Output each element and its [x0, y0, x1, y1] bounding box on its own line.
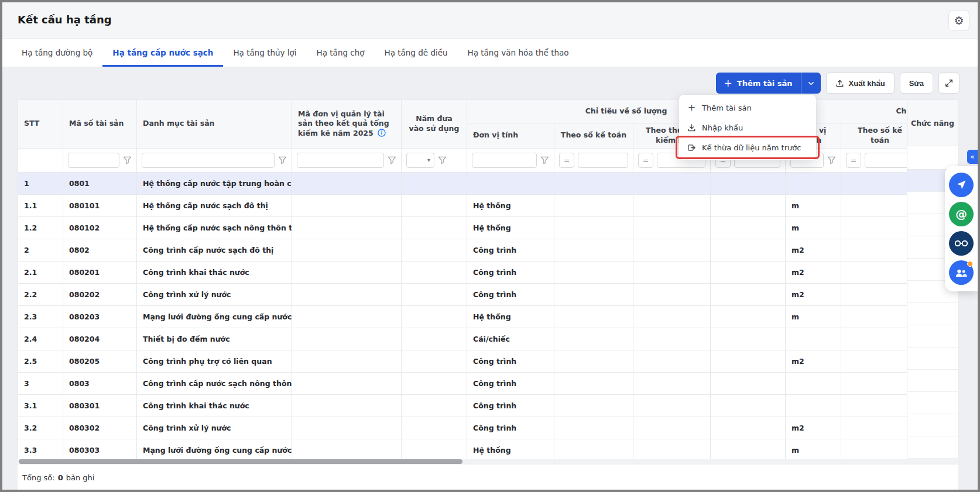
settings-button[interactable]: ⚙ — [948, 10, 969, 31]
cell-code: 080301 — [63, 394, 137, 417]
tab-ha-tang-thuy-loi[interactable]: Hạ tầng thủy lợi — [223, 39, 306, 67]
table-row[interactable]: 3.1080301Công trình khai thác nướcCông t… — [18, 394, 907, 417]
table-row[interactable]: 10801Hệ thống cấp nước tập trung hoàn ch… — [18, 172, 907, 194]
widget-send-button[interactable] — [949, 173, 974, 197]
table-row[interactable]: 2.1080201Công trình khai thác nướcCông t… — [18, 261, 907, 283]
cell-stt: 2.5 — [18, 350, 63, 372]
asset-table-card: STT Mã số tài sản Danh mục tài sản Mã đơ… — [18, 99, 958, 490]
filter-input-asset-code[interactable] — [68, 153, 119, 168]
cell-year — [402, 394, 467, 417]
widget-community-button[interactable] — [949, 260, 974, 285]
upload-icon — [835, 79, 844, 88]
cell-value-accounting — [841, 172, 907, 194]
menu-item-inherit-previous-year-data[interactable]: Kế thừa dữ liệu năm trước — [679, 137, 816, 157]
filter-funnel-icon[interactable] — [388, 156, 396, 164]
info-icon[interactable] — [378, 129, 386, 137]
filter-cell-managing-unit-code — [292, 148, 402, 172]
table-row[interactable]: 20802Công trình cấp nước sạch đô thịCông… — [18, 239, 907, 261]
export-button[interactable]: Xuất khẩu — [826, 73, 895, 94]
filter-funnel-icon[interactable] — [123, 156, 132, 164]
filter-funnel-icon[interactable] — [438, 156, 447, 164]
cell-year — [402, 372, 467, 394]
cell-name: Công trình xử lý nước — [137, 283, 292, 305]
cell-unit-code — [292, 216, 402, 239]
cell-unit-code — [292, 172, 402, 194]
add-asset-dropdown-toggle[interactable] — [801, 73, 821, 94]
cell-qty-accounting — [554, 439, 633, 459]
table-row[interactable]: 2.5080205Công trình phụ trợ có liên quan… — [18, 350, 907, 372]
edit-button[interactable]: Sửa — [900, 73, 933, 94]
table-row[interactable]: 2.4080204Thiết bị đo đếm nướcCái/chiếc — [18, 328, 907, 350]
cell-unit-code — [292, 394, 402, 417]
actions-cell — [907, 303, 958, 325]
cell-value-accounting — [841, 305, 907, 328]
filter-input-asset-category[interactable] — [142, 153, 275, 168]
scrollbar-thumb[interactable] — [19, 459, 462, 464]
tab-ha-tang-duong-bo[interactable]: Hạ tầng đường bộ — [12, 39, 102, 67]
tab-ha-tang-cap-nuoc-sach[interactable]: Hạ tầng cấp nước sạch — [102, 39, 223, 67]
cell-value-accounting — [841, 283, 907, 305]
widget-support-button[interactable]: @ — [949, 202, 974, 226]
at-icon: @ — [955, 207, 967, 221]
table-row[interactable]: 30803Công trình cấp nước sạch nông thôn … — [18, 372, 907, 394]
cell-qty-extra — [711, 417, 786, 439]
filter-input-managing-unit-code[interactable] — [297, 153, 384, 168]
cell-value-unit: m — [786, 194, 841, 216]
cell-qty-accounting — [554, 194, 633, 216]
tab-ha-tang-cho[interactable]: Hạ tầng chợ — [307, 39, 375, 67]
table-row[interactable]: 2.2080202Công trình xử lý nướcCông trình… — [18, 283, 907, 305]
cell-name: Công trình phụ trợ có liên quan — [137, 350, 292, 372]
filter-year-select[interactable]: ▾ — [406, 153, 434, 168]
filter-operator[interactable]: = — [559, 153, 574, 168]
cell-value-accounting — [841, 350, 907, 372]
send-icon — [955, 179, 967, 191]
filter-operator[interactable]: = — [846, 153, 861, 168]
filter-funnel-icon[interactable] — [540, 156, 549, 164]
filter-funnel-icon[interactable] — [278, 156, 287, 164]
filter-input-quantity-unit[interactable] — [472, 153, 537, 168]
horizontal-scrollbar — [18, 459, 958, 465]
add-asset-split-button: + Thêm tài sản — [716, 73, 821, 94]
table-row[interactable]: 3.2080302Công trình xử lý nướcCông trình… — [18, 417, 907, 439]
cell-year — [402, 172, 467, 194]
menu-item-label: Kế thừa dữ liệu năm trước — [702, 143, 801, 152]
cell-qty-accounting — [554, 417, 633, 439]
cell-stt: 3.1 — [18, 394, 63, 417]
tab-ha-tang-van-hoa-the-thao[interactable]: Hạ tầng văn hóa thể thao — [458, 39, 579, 67]
cell-qty-extra — [711, 261, 786, 283]
filter-operator[interactable]: = — [638, 153, 653, 168]
expand-button[interactable] — [938, 73, 960, 94]
filter-input-value-accounting[interactable] — [865, 153, 907, 168]
collapse-panel-tab[interactable]: « — [967, 150, 978, 164]
add-asset-button[interactable]: + Thêm tài sản — [716, 73, 801, 94]
cell-value-accounting — [841, 328, 907, 350]
cell-qty-actual — [633, 394, 711, 417]
cell-code: 080202 — [63, 283, 137, 305]
cell-qty-actual — [633, 305, 711, 328]
menu-item-import[interactable]: Nhập khẩu — [679, 118, 816, 137]
cell-value-accounting — [841, 239, 907, 261]
cell-value-accounting — [841, 439, 907, 459]
table-row[interactable]: 1.2080102Hệ thống cấp nước sạch nông thô… — [18, 216, 907, 239]
cell-qty-extra — [711, 305, 786, 328]
filter-funnel-icon[interactable] — [827, 156, 836, 164]
add-asset-menu: + Thêm tài sản Nhập khẩu Kế thừa dữ liệu… — [679, 95, 816, 160]
filter-input-quantity-accounting[interactable] — [578, 153, 628, 168]
cell-qty-actual — [633, 216, 711, 239]
menu-item-add-asset[interactable]: + Thêm tài sản — [679, 98, 816, 118]
cell-value-unit: m2 — [786, 350, 841, 372]
export-label: Xuất khẩu — [849, 79, 885, 88]
table-row[interactable]: 1.1080101Hệ thống cấp nước sạch đô thịHệ… — [18, 194, 907, 216]
tab-ha-tang-de-dieu[interactable]: Hạ tầng đê điều — [375, 39, 458, 67]
edit-label: Sửa — [909, 79, 924, 88]
table-row[interactable]: 2.3080203Mạng lưới đường ống cung cấp nư… — [18, 305, 907, 328]
widget-bot-button[interactable] — [949, 231, 974, 256]
cell-name: Công trình cấp nước sạch đô thị — [137, 239, 292, 261]
table-row[interactable]: 3.3080303Mạng lưới đường ống cung cấp nư… — [18, 439, 907, 459]
col-header-quantity-accounting: Theo số kế toán — [554, 123, 633, 149]
add-asset-label: Thêm tài sản — [737, 79, 793, 88]
col-header-managing-unit-code: Mã đơn vị quản lý tài sản theo kết quả t… — [292, 100, 402, 149]
actions-cell — [907, 348, 958, 370]
cell-qty-unit: Công trình — [467, 239, 554, 261]
cell-qty-actual — [633, 328, 711, 350]
